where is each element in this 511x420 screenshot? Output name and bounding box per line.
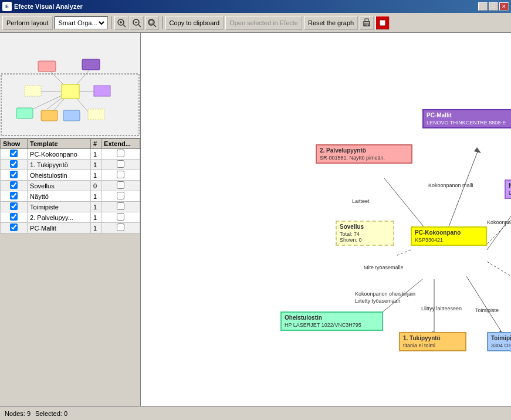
maximize-button[interactable]: □ — [489, 2, 498, 11]
row-show-4[interactable] — [1, 191, 28, 202]
node-tukipyynto[interactable]: 1. Tukipyyntö titania ei toimi — [399, 332, 466, 351]
row-count-0: 1 — [90, 149, 101, 160]
table-row[interactable]: Näyttö 1 — [1, 191, 140, 202]
app-icon: E — [2, 2, 12, 11]
row-template-0: PC-Kokoonpano — [28, 149, 91, 160]
copy-clipboard-button[interactable]: Copy to clipboard — [165, 16, 224, 30]
svg-rect-9 — [150, 21, 153, 24]
node-nayto-content: LG FLATRON L1953HR/712NDJX4L — [509, 190, 511, 196]
row-extend-3[interactable] — [101, 181, 140, 191]
row-template-7: PC-Mallit — [28, 223, 91, 233]
open-selected-button[interactable]: Open selected in Efecte — [225, 16, 302, 30]
perform-layout-button[interactable]: Perform layout — [2, 16, 53, 30]
row-extend-7[interactable] — [101, 223, 140, 233]
node-oheistulostin-title: Oheistulostin — [285, 314, 379, 321]
svg-rect-31 — [63, 110, 80, 121]
node-palvelupyynto[interactable]: 2. Palvelupyyntö SR-001581: Näyttö pimeä… — [316, 144, 412, 164]
col-template: Template — [28, 139, 91, 149]
stop-button[interactable] — [375, 16, 390, 30]
svg-rect-33 — [1, 74, 139, 136]
close-button[interactable]: ✕ — [499, 2, 509, 11]
separator-1 — [111, 16, 111, 29]
node-pckokoonpano-title: PC-Kokoonpano — [415, 229, 483, 236]
row-count-6: 1 — [90, 212, 101, 223]
row-extend-5[interactable] — [101, 202, 140, 212]
node-palvelupyynto-content: SR-001581: Näyttö pimeän. — [320, 155, 408, 161]
node-oheistulostin-content: HP LASERJET 1022/VNC3H795 — [285, 322, 379, 328]
minimize-button[interactable]: _ — [478, 2, 488, 11]
svg-rect-25 — [38, 61, 56, 72]
table-row[interactable]: Sovellus 0 — [1, 181, 140, 191]
layout-select[interactable]: Smart Orga... — [56, 19, 106, 27]
reset-graph-button[interactable]: Reset the graph — [304, 16, 358, 30]
app-title: Efecte Visual Analyzer — [14, 3, 478, 10]
node-pcmallit-content: LENOVO THINKCENTRE 8808-E — [427, 120, 511, 126]
title-bar: E Efecte Visual Analyzer _ □ ✕ — [0, 0, 511, 13]
node-tukipyynto-title: 1. Tukipyyntö — [403, 335, 462, 341]
layout-dropdown[interactable]: Smart Orga... — [55, 16, 108, 29]
print-button[interactable] — [360, 16, 374, 30]
table-row[interactable]: PC-Kokoonpano 1 — [1, 149, 140, 160]
table-row[interactable]: 2. Palvelupyy... 1 — [1, 212, 140, 223]
row-extend-0[interactable] — [101, 149, 140, 160]
edge-label-liity-laitteeseen: Liittyy laitteeseen — [421, 306, 462, 311]
svg-rect-32 — [88, 109, 104, 120]
node-pckokoonpano[interactable]: PC-Kokoonpano KSP330421 — [411, 226, 487, 246]
edge-label-kokoonpanon-oheiskirjain: Kokoonpanon oheiskirjain — [355, 291, 415, 297]
row-show-7[interactable] — [1, 223, 28, 233]
svg-line-36 — [487, 209, 511, 250]
svg-rect-27 — [25, 86, 41, 96]
node-toimipiste[interactable]: Toimipiste 3304 OS 4 — [487, 332, 511, 351]
row-extend-2[interactable] — [101, 170, 140, 181]
table-row[interactable]: Toimipiste 1 — [1, 202, 140, 212]
nodes-count: Nodes: 9 — [5, 410, 31, 417]
svg-line-38 — [487, 209, 511, 244]
svg-line-5 — [138, 25, 141, 27]
node-tukipyynto-content: titania ei toimi — [403, 343, 462, 348]
node-pckokoonpano-content: KSP330421 — [415, 237, 483, 243]
svg-line-1 — [123, 25, 126, 27]
node-pcmallit[interactable]: PC-Mallit LENOVO THINKCENTRE 8808-E — [422, 109, 511, 128]
status-bar: Nodes: 9 Selected: 0 — [0, 406, 511, 420]
edge-label-kokoonpanon-malli: Kokoonpanon malli — [428, 182, 473, 188]
table-row[interactable]: Oheistulostin 1 — [1, 170, 140, 181]
svg-line-41 — [396, 250, 411, 256]
row-count-1: 1 — [90, 160, 101, 170]
svg-rect-24 — [62, 84, 79, 99]
svg-rect-26 — [82, 59, 100, 70]
row-count-4: 1 — [90, 191, 101, 202]
row-extend-1[interactable] — [101, 160, 140, 170]
zoom-fit-button[interactable] — [145, 16, 159, 30]
template-table: Show Template # Extend... PC-Kokoonpano … — [0, 138, 140, 406]
row-count-3: 0 — [90, 181, 101, 191]
zoom-in-button[interactable] — [114, 16, 128, 30]
node-oheistulostin[interactable]: Oheistulostin HP LASERJET 1022/VNC3H795 — [280, 311, 383, 331]
zoom-out-button[interactable] — [130, 16, 144, 30]
row-extend-6[interactable] — [101, 212, 140, 223]
selected-count: Selected: 0 — [35, 410, 67, 417]
svg-line-8 — [154, 25, 156, 27]
node-nayto[interactable]: Näyttö LG FLATRON L1953HR/712NDJX4L — [505, 179, 511, 199]
row-show-3[interactable] — [1, 181, 28, 191]
row-template-5: Toimipiste — [28, 202, 91, 212]
window-controls: _ □ ✕ — [478, 2, 509, 11]
node-sovellus1[interactable]: Sovellus Total: 74 Shown: 0 — [336, 221, 394, 246]
row-show-0[interactable] — [1, 149, 28, 160]
svg-line-46 — [466, 276, 502, 332]
table-row[interactable]: PC-Mallit 1 — [1, 223, 140, 233]
row-show-1[interactable] — [1, 160, 28, 170]
row-extend-4[interactable] — [101, 191, 140, 202]
row-show-2[interactable] — [1, 170, 28, 181]
separator-2 — [162, 16, 163, 29]
svg-line-34 — [449, 150, 478, 226]
row-show-5[interactable] — [1, 202, 28, 212]
edge-label-laitteet: Laitteet — [352, 198, 370, 204]
row-count-7: 1 — [90, 223, 101, 233]
row-show-6[interactable] — [1, 212, 28, 223]
row-template-3: Sovellus — [28, 181, 91, 191]
graph-area[interactable]: Kokoonpanon malli Laitteet Kokoonpanon n… — [141, 33, 511, 406]
zoom-controls — [114, 16, 159, 30]
svg-line-48 — [487, 262, 511, 279]
table-row[interactable]: 1. Tukipyyntö 1 — [1, 160, 140, 170]
node-pcmallit-title: PC-Mallit — [427, 112, 511, 118]
